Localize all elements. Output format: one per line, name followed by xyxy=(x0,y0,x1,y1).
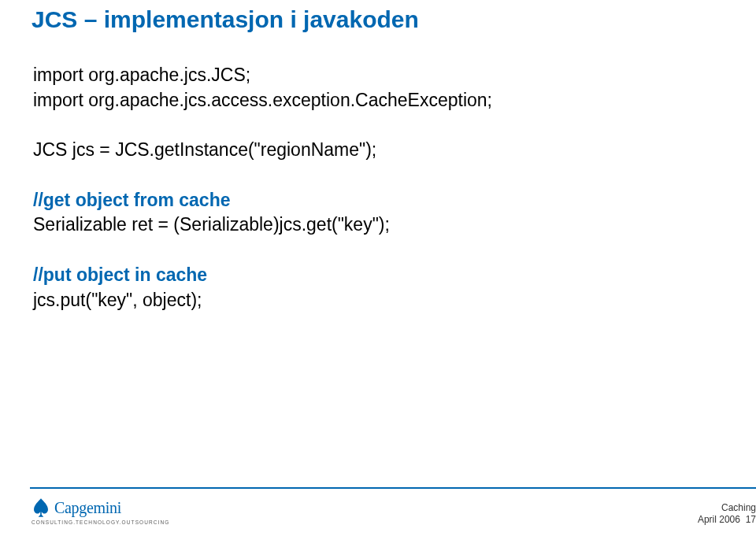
code-comment-put: //put object in cache xyxy=(33,263,724,288)
logo-tagline: CONSULTING.TECHNOLOGY.OUTSOURCING xyxy=(32,519,169,525)
logo-main-row: Capgemini xyxy=(30,497,121,519)
code-instance: JCS jcs = JCS.getInstance("regionName"); xyxy=(33,138,724,163)
footer-label: Caching xyxy=(698,502,756,515)
code-import-1: import org.apache.jcs.JCS; xyxy=(33,63,724,88)
blank-line-3 xyxy=(33,238,724,263)
footer-date: April 2006 xyxy=(698,514,740,525)
logo-text: Capgemini xyxy=(54,499,121,517)
footer-divider xyxy=(30,487,756,489)
slide-footer: Capgemini CONSULTING.TECHNOLOGY.OUTSOURC… xyxy=(0,487,756,536)
blank-line-1 xyxy=(33,113,724,138)
blank-line-2 xyxy=(33,163,724,188)
code-put: jcs.put("key", object); xyxy=(33,288,724,313)
code-get: Serializable ret = (Serializable)jcs.get… xyxy=(33,213,724,238)
code-import-2: import org.apache.jcs.access.exception.C… xyxy=(33,88,724,113)
spade-icon xyxy=(30,497,52,519)
slide-content: import org.apache.jcs.JCS; import org.ap… xyxy=(33,63,724,312)
slide-title: JCS – implementasjon i javakoden xyxy=(32,6,419,33)
code-comment-get: //get object from cache xyxy=(33,188,724,213)
footer-right: Caching April 2006 17 xyxy=(698,502,756,527)
company-logo: Capgemini CONSULTING.TECHNOLOGY.OUTSOURC… xyxy=(30,497,169,525)
footer-date-page: April 2006 17 xyxy=(698,514,756,527)
footer-page: 17 xyxy=(746,514,756,525)
presentation-slide: JCS – implementasjon i javakoden import … xyxy=(0,0,756,536)
